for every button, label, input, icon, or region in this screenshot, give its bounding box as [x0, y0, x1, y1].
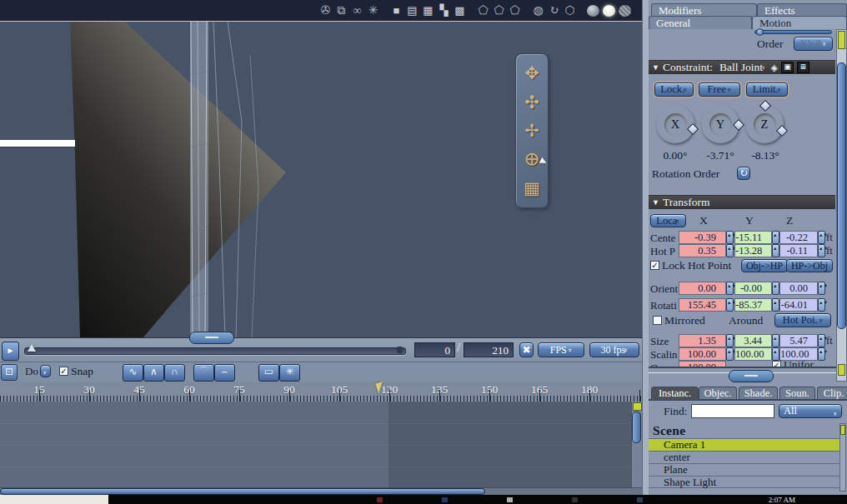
nav-turn-icon[interactable]: ✢ [524, 122, 539, 140]
motion-slider[interactable] [754, 30, 832, 34]
layout-mixed-icon[interactable]: ▩ [454, 4, 466, 17]
collapse-icon[interactable]: ▼ [652, 198, 659, 207]
constraint-type[interactable]: Ball Joint [719, 61, 763, 74]
rotate-mode-icon[interactable]: ↻ [548, 4, 560, 17]
timeline-channel-area[interactable] [0, 402, 642, 487]
tab-general[interactable]: General [649, 16, 752, 29]
hp-to-obj-button[interactable]: HP->Obj [786, 259, 833, 272]
viewport[interactable]: ✥ ✣ ✢ ⊕ ▦ [0, 22, 642, 337]
save-icon[interactable]: ▣ [781, 62, 794, 73]
stepper[interactable]: ▲▼ [818, 244, 825, 257]
viewport-splitter-handle[interactable] [189, 332, 234, 344]
size-x-field[interactable]: 1.35 [679, 334, 726, 347]
frame-rate-dropdown[interactable]: 30 fps» [589, 342, 639, 357]
tab-instances[interactable]: Instanc. [651, 387, 699, 400]
rotate-x-field[interactable]: 155.45 [679, 298, 726, 312]
filter-dropdown[interactable]: All» [779, 404, 842, 418]
circle-up-icon[interactable]: ◍ [532, 4, 544, 17]
mirrored-checkbox[interactable] [653, 316, 662, 325]
import-icon[interactable]: ⊞ [797, 62, 809, 73]
taskbar-app-icon[interactable] [637, 497, 643, 502]
snap-checkbox[interactable]: ✓ [59, 367, 68, 376]
do-dropdown[interactable]: » [40, 365, 51, 377]
tree-scroll-thumb[interactable] [840, 425, 845, 435]
orient-z-field[interactable]: 0.00 [779, 282, 818, 295]
frame-slider[interactable] [24, 347, 406, 355]
current-frame-field[interactable]: 0 [414, 342, 455, 357]
orient-y-field[interactable]: -0.00 [734, 282, 772, 295]
taskbar-app-icon[interactable] [442, 497, 448, 502]
fps-dropdown[interactable]: FPS » [538, 342, 584, 357]
lock-hot-point-checkbox[interactable]: ✓ [650, 261, 659, 270]
tab-effects[interactable]: Effects [757, 3, 847, 17]
scene-root-label[interactable]: Scene [653, 423, 685, 438]
stepper[interactable]: ▲▼ [726, 231, 734, 244]
taskbar-app-icon[interactable] [572, 497, 578, 502]
stepper[interactable]: ▲▼ [772, 334, 779, 347]
tab-motion[interactable]: Motion [752, 16, 847, 29]
stepper[interactable]: ▲▼ [772, 231, 779, 244]
shield-shaded-icon[interactable]: ⬠ [493, 4, 505, 17]
interp-ease-out-button[interactable]: ⌢ [214, 364, 235, 382]
layout-grid-icon[interactable]: ▦ [422, 4, 434, 17]
collapse-icon[interactable]: ▼ [652, 63, 659, 72]
shield-textured-icon[interactable]: ⬠ [509, 4, 521, 17]
tab-sounds[interactable]: Soun. [779, 387, 815, 400]
interp-spline-button[interactable]: ∿ [123, 364, 143, 382]
interp-smooth-button[interactable]: ∩ [164, 364, 185, 382]
nav-sphere-icon[interactable]: ⊕ [524, 150, 540, 168]
timeline-window-icon[interactable]: ⊡ [1, 364, 18, 381]
space-dropdown[interactable]: Loca» [650, 214, 686, 227]
interp-linear-button[interactable]: ∧ [143, 364, 164, 382]
binoculars-icon[interactable]: ∞ [351, 4, 363, 17]
render-lit-sphere-icon[interactable] [603, 5, 615, 17]
dial-handle[interactable] [687, 123, 699, 135]
timeline-hscroll-thumb[interactable] [0, 488, 485, 495]
layout-single-icon[interactable]: ■ [390, 4, 403, 17]
key-filter-icon[interactable]: ✖ [519, 342, 534, 357]
render-flat-sphere-icon[interactable] [587, 5, 599, 17]
layout-split-icon[interactable]: ▚ [438, 4, 450, 17]
taskbar-app-icon[interactable] [507, 497, 513, 502]
timeline-vscroll-thumb[interactable] [632, 412, 641, 443]
key-burst-button[interactable]: ✳ [279, 364, 300, 382]
stepper[interactable]: ▲▼ [726, 282, 734, 295]
tab-clips[interactable]: Clip. [817, 387, 847, 400]
rotate-y-field[interactable]: -85.37 [734, 298, 772, 312]
nav-ground-icon[interactable]: ▦ [524, 179, 540, 197]
timeline-ruler[interactable]: 15 30 45 60 75 90 105 120 135 150 165 18… [0, 382, 642, 402]
dial-handle[interactable] [776, 125, 788, 137]
transform-section-header[interactable]: ▼ Transform [649, 195, 835, 209]
scaling-y-field[interactable]: 100.00 [734, 347, 772, 361]
stepper[interactable]: ▲▼ [818, 231, 825, 244]
stepper[interactable]: ▲▼ [726, 347, 734, 361]
size-y-field[interactable]: 3.44 [734, 334, 772, 347]
stepper[interactable]: ▲▼ [726, 298, 734, 312]
tab-shaders[interactable]: Shade. [739, 387, 778, 400]
taskbar-app-icon[interactable] [377, 497, 383, 502]
hot-point-y-field[interactable]: -13.28 [734, 244, 772, 257]
order-dropdown[interactable]: XYZ » [794, 37, 833, 51]
dial-handle[interactable] [733, 119, 744, 131]
cube-icon[interactable]: ◈ [771, 62, 778, 73]
stepper[interactable]: ▲▼ [818, 334, 825, 347]
panel-splitter-handle[interactable] [729, 370, 774, 382]
center-z-field[interactable]: -0.22 [779, 231, 818, 244]
nav-move-icon[interactable]: ✥ [524, 64, 539, 82]
size-z-field[interactable]: 5.47 [779, 334, 818, 347]
total-frames-field[interactable]: 210 [464, 342, 514, 357]
stepper[interactable]: ▲▼ [726, 244, 734, 257]
stepper[interactable]: ▲▼ [818, 282, 825, 295]
tab-objects[interactable]: Objec. [699, 387, 737, 400]
tab-modifiers[interactable]: Modifiers [651, 3, 757, 17]
panel-scroll-thumb[interactable] [837, 62, 846, 329]
microphone-icon[interactable]: ✇ [319, 4, 332, 17]
center-y-field[interactable]: -15.11 [734, 231, 772, 244]
hot-point-z-field[interactable]: -0.11 [779, 244, 818, 257]
shield-wireframe-icon[interactable]: ⬠ [477, 4, 489, 17]
tree-item-plane[interactable]: Plane [649, 463, 839, 476]
around-dropdown[interactable]: Hot Poi. » [774, 313, 831, 327]
obj-to-hp-button[interactable]: Obj->HP [741, 259, 788, 272]
key-lamp-button[interactable]: ▭ [258, 364, 279, 382]
z-rotation-dial[interactable]: Z [745, 105, 784, 143]
